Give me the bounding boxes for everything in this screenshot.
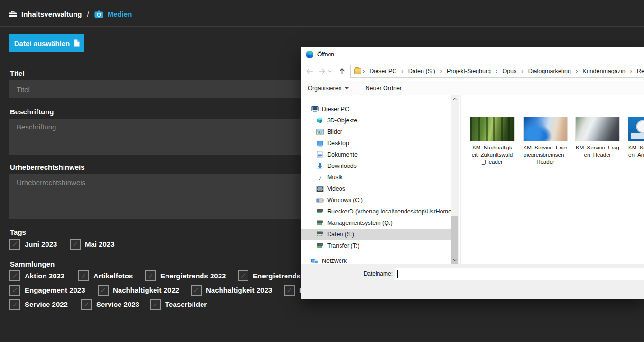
chevron-right-icon: › — [575, 67, 578, 74]
new-folder-button[interactable]: Neuer Ordner — [366, 85, 402, 92]
collection-checkbox-energietrends-2022[interactable]: ✓ Energietrends 2022 — [145, 270, 226, 281]
organize-label: Organisieren — [308, 85, 342, 92]
collection-checkbox-energietrends-2023[interactable]: ✓ Energietrends 2 — [238, 270, 306, 281]
dialog-body: Dieser PC 3D-Objekte Bilder Desktop Doku… — [301, 95, 644, 264]
tree-item-videos[interactable]: Videos — [301, 183, 451, 194]
address-segment-redaktion[interactable]: Redaktion — [634, 68, 644, 74]
collection-checkbox-aktion-2022[interactable]: ✓ Aktion 2022 — [9, 270, 64, 281]
checkbox[interactable]: ✓ — [78, 270, 89, 281]
address-segment-opus[interactable]: Opus — [499, 68, 520, 74]
file-item-service-fragen[interactable]: KM_Service_Frag en_Header — [575, 117, 620, 158]
tree-item-musik[interactable]: ♪ Musik — [301, 172, 451, 183]
chevron-right-icon: › — [440, 67, 442, 74]
checkbox[interactable]: ✓ — [9, 299, 20, 310]
dialog-footer: Dateiname: — [301, 264, 644, 299]
chevron-right-icon: › — [521, 67, 524, 74]
briefcase-icon — [9, 10, 17, 18]
checkbox[interactable]: ✓ — [9, 270, 20, 281]
check-icon: ✓ — [152, 301, 158, 308]
tree-item-downloads[interactable]: Downloads — [301, 160, 451, 172]
network-drive-icon — [316, 231, 324, 238]
videos-icon — [316, 185, 324, 193]
forward-button[interactable] — [318, 68, 326, 74]
check-icon: ✓ — [193, 287, 199, 294]
tree-item-desktop[interactable]: Desktop — [301, 138, 451, 149]
collection-checkbox-service-2022[interactable]: ✓ Service 2022 — [9, 299, 68, 310]
checkbox[interactable]: ✓ — [81, 299, 92, 310]
address-segment-dieser-pc[interactable]: Dieser PC — [366, 68, 400, 74]
collection-checkbox-nachhaltigkeit-2022[interactable]: ✓ Nachhaltigkeit 2022 — [98, 285, 179, 296]
checkbox-label: Energietrends 2022 — [160, 272, 226, 280]
breadcrumb: Inhaltsverwaltung / Medien — [9, 10, 132, 18]
breadcrumb-separator: / — [87, 10, 89, 18]
breadcrumb-current[interactable]: Medien — [108, 10, 132, 18]
address-segment-projekt-siegburg[interactable]: Projekt-Siegburg — [443, 68, 494, 74]
scroll-down-icon[interactable] — [451, 256, 459, 264]
file-list: KM_Nachhaltigk eit_Zukunftswald _Header … — [461, 95, 644, 264]
address-segment-dialogmarketing[interactable]: Dialogmarketing — [525, 68, 574, 74]
organize-menu-button[interactable]: Organisieren — [308, 85, 349, 92]
file-item-nachhaltigkeit-zukunftswald[interactable]: KM_Nachhaltigk eit_Zukunftswald _Header — [469, 117, 515, 166]
network-drive-icon — [316, 242, 324, 250]
collection-checkbox-nachhaltigkeit-2023[interactable]: ✓ Nachhaltigkeit 2023 — [191, 285, 272, 296]
sammlungen-row-3: ✓ Service 2022 ✓ Service 2023 ✓ Teaserbi… — [0, 299, 644, 310]
chevron-right-icon: › — [401, 67, 404, 74]
collection-checkbox-service-2023[interactable]: ✓ Service 2023 — [81, 299, 139, 310]
tree-item-dokumente[interactable]: Dokumente — [301, 149, 451, 160]
checkbox[interactable]: ✓ — [9, 285, 20, 296]
checkbox[interactable]: ✓ — [70, 239, 81, 250]
check-icon: ✓ — [100, 287, 106, 294]
checkbox-label: Teaserbilder — [165, 300, 207, 308]
checkbox[interactable]: ✓ — [150, 299, 161, 310]
checkbox-label: Energietrends 2 — [253, 272, 306, 280]
tree-item-netzwerk[interactable]: Netzwerk — [301, 255, 451, 264]
checkbox-label: Engagement 2023 — [25, 286, 85, 294]
checkbox[interactable]: ✓ — [145, 270, 156, 281]
up-button[interactable] — [339, 68, 346, 75]
check-icon: ✓ — [81, 272, 87, 279]
checkbox[interactable]: ✓ — [98, 285, 109, 296]
checkbox-label: Juni 2023 — [25, 240, 57, 248]
tree-item-bilder[interactable]: Bilder — [301, 126, 451, 138]
history-dropdown-icon[interactable] — [328, 70, 332, 73]
titel-label: Titel — [10, 69, 25, 77]
collection-checkbox-engagement-2023[interactable]: ✓ Engagement 2023 — [9, 285, 85, 296]
address-segment-daten[interactable]: Daten (S:) — [405, 68, 439, 74]
file-item-partial[interactable]: KM_Se en_An — [627, 117, 644, 158]
checkbox[interactable]: ✓ — [191, 285, 202, 296]
chevron-right-icon: › — [495, 67, 498, 74]
address-segment-kundenmagazin[interactable]: Kundenmagazin — [579, 68, 628, 74]
checkbox[interactable]: ✓ — [284, 285, 295, 296]
address-bar[interactable]: › Dieser PC › Daten (S:) › Projekt-Siegb… — [350, 65, 644, 78]
tree-item-windows-c[interactable]: Windows (C:) — [301, 194, 451, 206]
tag-checkbox-juni-2023[interactable]: ✓ Juni 2023 — [9, 239, 57, 250]
breadcrumb-root[interactable]: Inhaltsverwaltung — [21, 10, 82, 18]
tree-scrollbar[interactable] — [451, 95, 459, 264]
collection-checkbox-artikelfotos[interactable]: ✓ Artikelfotos — [78, 270, 133, 281]
tree-item-3d-objekte[interactable]: 3D-Objekte — [301, 115, 451, 126]
tree-item-transfer-t[interactable]: Transfer (T:) — [301, 240, 451, 251]
collection-checkbox-teaserbilder[interactable]: ✓ Teaserbilder — [150, 299, 207, 310]
cube-icon — [316, 117, 324, 124]
dialog-titlebar[interactable]: Öffnen — [301, 47, 644, 62]
tag-checkbox-mai-2023[interactable]: ✓ Mai 2023 — [70, 239, 115, 250]
collection-checkbox-partial[interactable]: ✓ F — [284, 285, 304, 296]
tree-item-daten-s-selected[interactable]: Daten (S:) — [301, 229, 451, 240]
checkbox[interactable]: ✓ — [238, 270, 248, 281]
back-button[interactable] — [306, 68, 313, 74]
tree-item-managementsystem-q[interactable]: Managementsystem (Q:) — [301, 217, 451, 229]
scroll-up-icon[interactable] — [451, 95, 459, 103]
file-name: KM_Nachhaltigk eit_Zukunftswald _Header — [469, 144, 515, 166]
pictures-icon — [316, 128, 324, 136]
tags-heading: Tags — [10, 228, 26, 236]
tree-item-dieser-pc[interactable]: Dieser PC — [301, 103, 451, 115]
camera-icon — [94, 10, 103, 18]
tree-item-rueckerd[interactable]: RueckerD (\\rhenag.local\xendesktop\UsrH… — [301, 206, 451, 217]
checkbox-label: Service 2023 — [96, 300, 139, 308]
file-thumbnail-forest — [470, 117, 514, 141]
checkbox[interactable]: ✓ — [9, 239, 20, 250]
choose-file-button[interactable]: Datei auswählen — [9, 34, 84, 52]
filename-input[interactable] — [395, 268, 644, 280]
file-item-energiepreisbremsen[interactable]: KM_Service_Ener giepreisbremsen_ Header — [523, 117, 568, 166]
checkbox-label: Nachhaltigkeit 2023 — [206, 286, 272, 294]
